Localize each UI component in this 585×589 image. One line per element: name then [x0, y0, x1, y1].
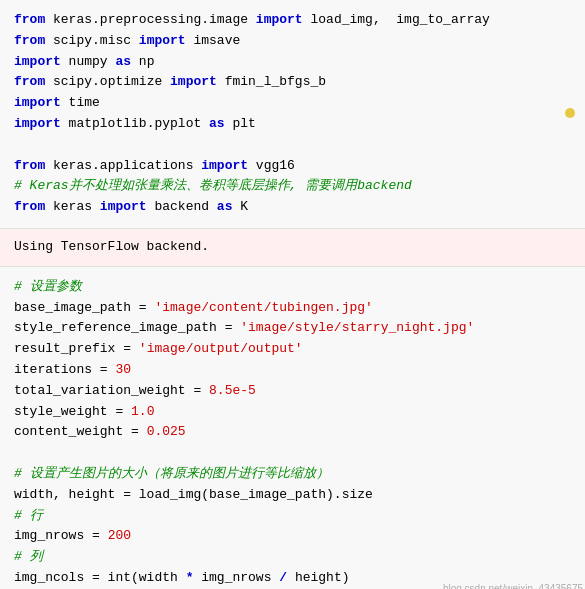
- code-line: iterations = 30: [14, 360, 571, 381]
- code-block-1: from keras.preprocessing.image import lo…: [0, 0, 585, 229]
- code-line: img_nrows = 200: [14, 526, 571, 547]
- code-line: style_weight = 1.0: [14, 402, 571, 423]
- code-line: total_variation_weight = 8.5e-5: [14, 381, 571, 402]
- code-line: from keras.applications import vgg16: [14, 156, 571, 177]
- code-line: width, height = load_img(base_image_path…: [14, 485, 571, 506]
- code-line: from scipy.optimize import fmin_l_bfgs_b: [14, 72, 571, 93]
- output-text: Using TensorFlow backend.: [14, 237, 571, 258]
- code-line: content_weight = 0.025: [14, 422, 571, 443]
- code-block-2: # 设置参数 base_image_path = 'image/content/…: [0, 267, 585, 589]
- output-block: Using TensorFlow backend.: [0, 229, 585, 267]
- code-line: import matplotlib.pyplot as plt: [14, 114, 571, 135]
- code-line: # 行: [14, 506, 571, 527]
- code-line: [14, 135, 571, 156]
- code-line: # 设置参数: [14, 277, 571, 298]
- code-line: # Keras并不处理如张量乘法、卷积等底层操作, 需要调用backend: [14, 176, 571, 197]
- code-line: import time: [14, 93, 571, 114]
- code-line: from keras import backend as K: [14, 197, 571, 218]
- code-line: base_image_path = 'image/content/tubinge…: [14, 298, 571, 319]
- code-line: from scipy.misc import imsave: [14, 31, 571, 52]
- code-line: import numpy as np: [14, 52, 571, 73]
- watermark: blog.csdn.net/weixin_43435675: [443, 581, 583, 589]
- yellow-dot: [565, 108, 575, 118]
- code-line: [14, 443, 571, 464]
- code-line: # 设置产生图片的大小（将原来的图片进行等比缩放）: [14, 464, 571, 485]
- code-line: # 列: [14, 547, 571, 568]
- code-line: style_reference_image_path = 'image/styl…: [14, 318, 571, 339]
- code-line: from keras.preprocessing.image import lo…: [14, 10, 571, 31]
- code-line: result_prefix = 'image/output/output': [14, 339, 571, 360]
